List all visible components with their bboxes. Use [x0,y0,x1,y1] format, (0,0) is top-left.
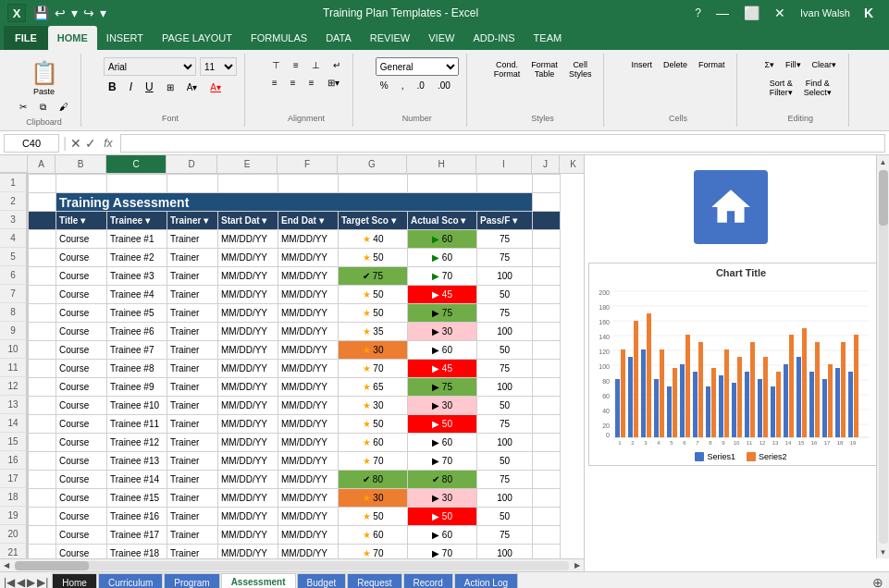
cell-C13[interactable]: Trainee #10 [107,397,167,415]
border-button[interactable]: ⊞ [162,80,179,95]
cell-H15[interactable]: ▶ 60 [408,434,477,452]
save-icon[interactable]: 💾 [33,6,49,20]
cell-C8[interactable]: Trainee #5 [107,304,167,323]
italic-button[interactable]: I [125,78,137,96]
decrease-decimal-button[interactable]: .0 [413,78,429,93]
cell-B7[interactable]: Course [56,286,107,304]
cell-D6[interactable]: Trainer [167,267,218,286]
row-num-9[interactable]: 9 [0,322,27,340]
close-icon[interactable]: ✕ [767,4,793,22]
cell-A2[interactable] [29,193,56,212]
cell-F9[interactable]: MM/DD/YY [278,323,339,341]
cell-B9[interactable]: Course [56,323,107,341]
cell-G13[interactable]: ★ 30 [339,397,408,415]
cell-E6[interactable]: MM/DD/YY [218,267,278,286]
cell-J4[interactable] [533,230,561,249]
format-as-table-button[interactable]: FormatTable [526,57,562,81]
cell-I19[interactable]: 50 [477,508,533,526]
col-header-B[interactable]: B [56,155,106,173]
tab-add-ins[interactable]: ADD-INS [463,26,524,50]
cut-button[interactable]: ✂ [15,99,31,116]
row-num-21[interactable]: 21 [0,544,27,558]
cell-C9[interactable]: Trainee #6 [107,323,167,341]
cell-H19[interactable]: ▶ 50 [408,508,477,526]
cell-J6[interactable] [533,267,561,286]
cell-B12[interactable]: Course [56,378,107,397]
cell-D10[interactable]: Trainer [167,341,218,360]
cell-I16[interactable]: 50 [477,452,533,471]
cell-A1[interactable] [29,175,56,193]
row-num-4[interactable]: 4 [0,229,27,248]
cell-J20[interactable] [533,526,561,545]
tab-data[interactable]: DATA [316,26,361,50]
row-num-17[interactable]: 17 [0,470,27,488]
cell-H12[interactable]: ▶ 75 [408,378,477,397]
sheet-tab-program[interactable]: Program [164,573,219,589]
cell-E19[interactable]: MM/DD/YY [218,508,278,526]
cell-B18[interactable]: Course [56,489,107,508]
row-num-18[interactable]: 18 [0,488,27,507]
cell-A17[interactable] [29,471,56,489]
cell-C6[interactable]: Trainee #3 [107,267,167,286]
sort-filter-button[interactable]: Sort &Filter▾ [765,76,797,100]
cell-D18[interactable]: Trainer [167,489,218,508]
paste-button[interactable]: 📋 Paste [26,57,63,99]
cell-D19[interactable]: Trainer [167,508,218,526]
cell-I14[interactable]: 75 [477,415,533,434]
align-top-button[interactable]: ⊤ [267,57,285,73]
cell-G19[interactable]: ★ 50 [339,508,408,526]
cell-E16[interactable]: MM/DD/YY [218,452,278,471]
cell-D21[interactable]: Trainer [167,545,218,559]
cell-F15[interactable]: MM/DD/YY [278,434,339,452]
cell-E12[interactable]: MM/DD/YY [218,378,278,397]
cell-G11[interactable]: ★ 70 [339,360,408,378]
sheet-tab-request[interactable]: Request [347,573,401,589]
cell-E13[interactable]: MM/DD/YY [218,397,278,415]
formula-input[interactable] [120,134,886,153]
row-num-2[interactable]: 2 [0,192,27,211]
cell-D5[interactable]: Trainer [167,249,218,267]
cell-C16[interactable]: Trainee #13 [107,452,167,471]
cell-G1[interactable] [339,175,408,193]
undo-dropdown-icon[interactable]: ▾ [71,6,78,20]
cell-G15[interactable]: ★ 60 [339,434,408,452]
cell-I10[interactable]: 50 [477,341,533,360]
cell-H18[interactable]: ▶ 30 [408,489,477,508]
cell-G8[interactable]: ★ 50 [339,304,408,323]
cell-G9[interactable]: ★ 35 [339,323,408,341]
conditional-formatting-button[interactable]: Cond.Format [489,57,525,81]
align-bottom-button[interactable]: ⊥ [307,57,325,73]
cell-B15[interactable]: Course [56,434,107,452]
cell-E15[interactable]: MM/DD/YY [218,434,278,452]
cell-I7[interactable]: 50 [477,286,533,304]
font-color-button[interactable]: A▾ [205,80,226,95]
cell-D8[interactable]: Trainer [167,304,218,323]
cell-F12[interactable]: MM/DD/YY [278,378,339,397]
cell-D3-trainer-header[interactable]: Trainer ▾ [167,212,218,230]
cell-A13[interactable] [29,397,56,415]
cell-H4[interactable]: ▶ 60 [408,230,477,249]
cell-C5[interactable]: Trainee #2 [107,249,167,267]
cell-C3-trainee-header[interactable]: Trainee ▾ [107,212,167,230]
cell-H14[interactable]: ▶ 50 [408,415,477,434]
cell-F18[interactable]: MM/DD/YY [278,489,339,508]
cell-reference-input[interactable] [4,134,59,153]
cell-A11[interactable] [29,360,56,378]
sheet-tab-budget[interactable]: Budget [297,573,347,589]
cell-G17[interactable]: ✔ 80 [339,471,408,489]
cell-G4[interactable]: ★ 40 [339,230,408,249]
cell-styles-button[interactable]: CellStyles [564,57,597,81]
sheet-tab-assessment[interactable]: Assessment [221,573,296,589]
cell-J12[interactable] [533,378,561,397]
row-num-16[interactable]: 16 [0,451,27,470]
cell-A9[interactable] [29,323,56,341]
cell-C19[interactable]: Trainee #16 [107,508,167,526]
row-num-5[interactable]: 5 [0,248,27,266]
cell-B11[interactable]: Course [56,360,107,378]
cell-J17[interactable] [533,471,561,489]
cell-A4[interactable] [29,230,56,249]
tab-team[interactable]: TEAM [525,26,572,50]
tab-scroll-next[interactable]: ▶ [27,576,35,589]
cell-G5[interactable]: ★ 50 [339,249,408,267]
cell-E14[interactable]: MM/DD/YY [218,415,278,434]
